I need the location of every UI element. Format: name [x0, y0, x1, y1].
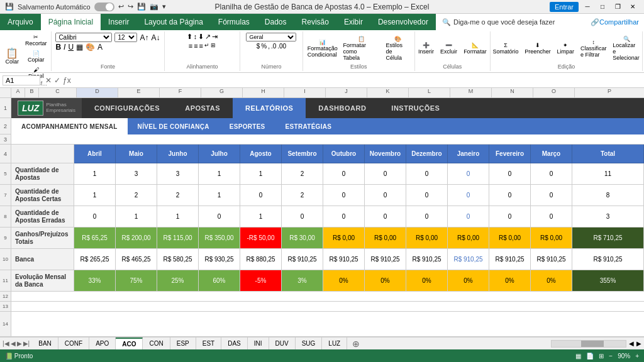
tab-formulas[interactable]: Fórmulas [211, 14, 257, 30]
autosave-toggle[interactable] [94, 3, 114, 11]
tab-luz[interactable]: LUZ [322, 337, 347, 349]
close-button[interactable]: ✕ [626, 2, 639, 12]
nav-relatorios[interactable]: RELATÓRIOS [233, 98, 306, 118]
tab-inserir[interactable]: Inserir [101, 14, 136, 30]
insert-cells-button[interactable]: ➕Inserir [416, 41, 436, 56]
text-direction-button[interactable]: ↗ [205, 33, 211, 41]
cell-styles-button[interactable]: 🎨Estilos deCélula [383, 35, 411, 62]
enter-button[interactable]: Entrar [550, 2, 579, 12]
subnav-nivel[interactable]: NÍVEL DE CONFIANÇA [128, 118, 219, 134]
tab-est[interactable]: EST [196, 337, 221, 349]
align-left-button[interactable]: ≡ [189, 42, 192, 50]
tab-esp[interactable]: ESP [170, 337, 196, 349]
clear-button[interactable]: ✦Limpar [555, 41, 577, 56]
border-button[interactable]: ▦ [76, 43, 83, 52]
tab-das[interactable]: DAS [221, 337, 248, 349]
decrease-decimal-button[interactable]: .00 [277, 43, 286, 50]
comma-button[interactable]: , [268, 43, 270, 50]
view-normal-button[interactable]: ▦ [575, 353, 581, 359]
scroll-right-button[interactable]: ▶ [636, 340, 641, 347]
tab-aco[interactable]: ACO [116, 337, 143, 349]
horizontal-scrollbar[interactable] [551, 340, 626, 348]
tab-sug[interactable]: SUG [296, 337, 323, 349]
decrease-font-button[interactable]: A↓ [151, 33, 160, 42]
delete-cells-button[interactable]: ➖Excluir [438, 41, 460, 56]
customize-icon[interactable]: ▾ [162, 3, 166, 11]
scroll-left-button[interactable]: ◀ [629, 340, 634, 347]
number-format-select[interactable]: Geral [246, 33, 296, 41]
align-right-button[interactable]: ≡ [199, 42, 203, 50]
wrap-text-button[interactable]: ↵ [204, 42, 209, 50]
cancel-formula-icon[interactable]: ✕ [45, 76, 52, 85]
tab-nav-buttons[interactable]: |◀ ◀ ▶ ▶| [0, 340, 32, 347]
minimize-button[interactable]: ─ [581, 2, 594, 12]
subnav-estrategias[interactable]: ESTRATÉGIAS [275, 118, 342, 134]
tab-duv[interactable]: DUV [269, 337, 296, 349]
insert-function-icon[interactable]: ƒx [63, 76, 71, 85]
tab-ini[interactable]: INI [248, 337, 269, 349]
sort-filter-button[interactable]: ↕Classificare Filtrar [578, 38, 609, 59]
restore-button[interactable]: ❐ [611, 2, 624, 12]
percent-button[interactable]: % [261, 43, 267, 50]
cut-button[interactable]: ✂ Recortar [23, 33, 50, 48]
zoom-in-button[interactable]: + [635, 353, 639, 359]
nav-apostas[interactable]: APOSTAS [172, 98, 233, 118]
tab-revisao[interactable]: Revisão [294, 14, 336, 30]
save-icon[interactable]: 💾 [137, 3, 146, 11]
fill-button[interactable]: ⬇Preencher [522, 41, 553, 56]
align-center-button[interactable]: ≡ [194, 42, 197, 50]
format-table-button[interactable]: 📋Formatar comoTabela [341, 35, 382, 62]
increase-font-button[interactable]: A↑ [140, 33, 148, 42]
fill-color-button[interactable]: 🎨 [86, 43, 95, 52]
subnav-acompanhamento[interactable]: ACOMPANHAMENTO MENSAL [11, 118, 128, 134]
underline-button[interactable]: U [68, 43, 74, 52]
merge-button[interactable]: ⊞ [211, 42, 216, 50]
font-family-select[interactable]: Calibri [55, 33, 112, 42]
align-top-button[interactable]: ⬆ [187, 33, 192, 41]
add-sheet-button[interactable]: ⊕ [347, 337, 365, 350]
confirm-formula-icon[interactable]: ✓ [54, 76, 60, 85]
sum-button[interactable]: ΣSomatório [491, 41, 521, 56]
share-button[interactable]: 🔗 Compartilhar [586, 14, 644, 30]
tab-dados[interactable]: Dados [257, 14, 294, 30]
subnav-esportes[interactable]: ESPORTES [219, 118, 275, 134]
nav-instrucoes[interactable]: INSTRUÇÕES [379, 98, 452, 118]
cell-reference-input[interactable] [3, 75, 40, 85]
format-cells-button[interactable]: 📐Formatar [461, 41, 489, 56]
paste-button[interactable]: 📋 Colar [3, 47, 21, 66]
tab-apo[interactable]: APO [89, 337, 116, 349]
align-bottom-button[interactable]: ⬇ [198, 33, 204, 41]
first-tab-button[interactable]: |◀ [3, 340, 9, 347]
nav-configuracoes[interactable]: CONFIGURAÇÕES [82, 98, 172, 118]
next-tab-button[interactable]: ▶ [17, 340, 22, 347]
tab-ban[interactable]: BAN [32, 337, 58, 349]
zoom-out-button[interactable]: − [609, 353, 613, 359]
align-middle-button[interactable]: ↕ [194, 33, 197, 41]
currency-button[interactable]: $ [257, 43, 260, 50]
view-layout-button[interactable]: 📄 [586, 353, 594, 359]
tab-exibir[interactable]: Exibir [336, 14, 370, 30]
tab-desenvolvedor[interactable]: Desenvolvedor [370, 14, 436, 30]
font-color-button[interactable]: A [97, 43, 103, 52]
tab-conf[interactable]: CONF [58, 337, 89, 349]
maximize-button[interactable]: □ [596, 2, 609, 12]
camera-icon[interactable]: 📷 [150, 3, 158, 11]
tab-layout[interactable]: Layout da Página [136, 14, 210, 30]
prev-tab-button[interactable]: ◀ [11, 340, 16, 347]
copy-button[interactable]: 📄 Copiar [23, 49, 50, 64]
redo-icon[interactable]: ↪ [128, 3, 133, 11]
undo-icon[interactable]: ↩ [118, 3, 124, 11]
find-button[interactable]: 🔍Localizar eSelecionar [610, 35, 642, 62]
bold-button[interactable]: B [55, 43, 61, 52]
font-size-select[interactable]: 12 [114, 33, 137, 42]
view-page-break-button[interactable]: ⊞ [599, 353, 604, 359]
tab-pagina-inicial[interactable]: Página Inicial [41, 14, 101, 30]
increase-decimal-button[interactable]: .0 [271, 43, 276, 50]
indent-button[interactable]: ⇥ [212, 33, 218, 41]
last-tab-button[interactable]: ▶| [23, 340, 30, 347]
italic-button[interactable]: I [64, 43, 65, 52]
tab-con[interactable]: CON [143, 337, 170, 349]
tab-arquivo[interactable]: Arquivo [0, 14, 41, 30]
nav-dashboard[interactable]: DASHBOARD [306, 98, 379, 118]
conditional-format-button[interactable]: 📊FormataçãoCondicional [306, 38, 340, 59]
